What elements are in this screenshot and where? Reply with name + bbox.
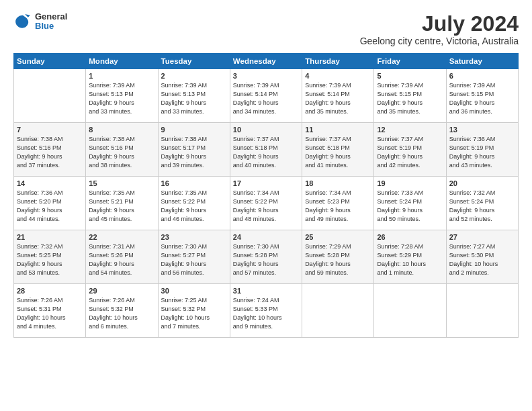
header-cell-wednesday: Wednesday: [230, 54, 302, 69]
calendar-cell: 18Sunrise: 7:34 AMSunset: 5:23 PMDayligh…: [302, 177, 374, 230]
day-info: Sunrise: 7:30 AMSunset: 5:28 PMDaylight:…: [233, 242, 299, 277]
calendar-cell: 9Sunrise: 7:38 AMSunset: 5:17 PMDaylight…: [158, 123, 230, 177]
calendar-cell: 3Sunrise: 7:39 AMSunset: 5:14 PMDaylight…: [230, 69, 302, 123]
day-number: 23: [161, 233, 227, 241]
calendar-cell: 2Sunrise: 7:39 AMSunset: 5:13 PMDaylight…: [158, 69, 230, 123]
calendar-cell: 27Sunrise: 7:27 AMSunset: 5:30 PMDayligh…: [446, 230, 518, 284]
day-number: 26: [377, 233, 443, 241]
day-info: Sunrise: 7:35 AMSunset: 5:21 PMDaylight:…: [89, 189, 154, 224]
day-number: 25: [305, 233, 371, 241]
header-cell-tuesday: Tuesday: [158, 54, 230, 69]
day-number: 31: [233, 287, 299, 295]
location-title: Geelong city centre, Victoria, Australia: [360, 36, 519, 46]
day-number: 20: [449, 179, 515, 187]
header-cell-thursday: Thursday: [302, 54, 374, 69]
calendar-cell: 4Sunrise: 7:39 AMSunset: 5:14 PMDaylight…: [302, 69, 374, 123]
title-block: July 2024 Geelong city centre, Victoria,…: [360, 12, 519, 46]
day-info: Sunrise: 7:29 AMSunset: 5:28 PMDaylight:…: [305, 242, 371, 277]
day-number: 18: [305, 179, 371, 187]
calendar-cell: 17Sunrise: 7:34 AMSunset: 5:22 PMDayligh…: [230, 177, 302, 230]
day-info: Sunrise: 7:25 AMSunset: 5:32 PMDaylight:…: [161, 296, 227, 331]
day-info: Sunrise: 7:28 AMSunset: 5:29 PMDaylight:…: [377, 242, 443, 277]
calendar-cell: 24Sunrise: 7:30 AMSunset: 5:28 PMDayligh…: [230, 230, 302, 284]
day-info: Sunrise: 7:32 AMSunset: 5:25 PMDaylight:…: [17, 242, 83, 277]
header-row: SundayMondayTuesdayWednesdayThursdayFrid…: [14, 54, 519, 69]
day-number: 19: [377, 179, 443, 187]
calendar-cell: 7Sunrise: 7:38 AMSunset: 5:16 PMDaylight…: [14, 123, 86, 177]
calendar-cell: [302, 284, 374, 338]
header-cell-sunday: Sunday: [14, 54, 86, 69]
day-number: 1: [89, 72, 154, 80]
calendar-week-1: 7Sunrise: 7:38 AMSunset: 5:16 PMDaylight…: [14, 123, 519, 177]
day-info: Sunrise: 7:34 AMSunset: 5:22 PMDaylight:…: [233, 189, 299, 224]
day-info: Sunrise: 7:37 AMSunset: 5:18 PMDaylight:…: [305, 135, 371, 170]
calendar-body: 1Sunrise: 7:39 AMSunset: 5:13 PMDaylight…: [14, 69, 519, 338]
day-info: Sunrise: 7:31 AMSunset: 5:26 PMDaylight:…: [89, 242, 154, 277]
day-number: 28: [17, 287, 83, 295]
calendar-cell: 28Sunrise: 7:26 AMSunset: 5:31 PMDayligh…: [14, 284, 86, 338]
day-number: 21: [17, 233, 83, 241]
day-number: 14: [17, 179, 83, 187]
calendar-cell: 13Sunrise: 7:36 AMSunset: 5:19 PMDayligh…: [446, 123, 518, 177]
calendar-cell: 23Sunrise: 7:30 AMSunset: 5:27 PMDayligh…: [158, 230, 230, 284]
logo-blue: Blue: [35, 21, 67, 31]
calendar-cell: 15Sunrise: 7:35 AMSunset: 5:21 PMDayligh…: [86, 177, 158, 230]
day-info: Sunrise: 7:38 AMSunset: 5:16 PMDaylight:…: [89, 135, 154, 170]
calendar-header: SundayMondayTuesdayWednesdayThursdayFrid…: [14, 54, 519, 69]
day-number: 15: [89, 179, 154, 187]
calendar-cell: 21Sunrise: 7:32 AMSunset: 5:25 PMDayligh…: [14, 230, 86, 284]
calendar-cell: 12Sunrise: 7:37 AMSunset: 5:19 PMDayligh…: [374, 123, 446, 177]
calendar-cell: 11Sunrise: 7:37 AMSunset: 5:18 PMDayligh…: [302, 123, 374, 177]
day-number: 13: [449, 126, 515, 134]
day-info: Sunrise: 7:39 AMSunset: 5:14 PMDaylight:…: [233, 81, 299, 116]
day-number: 6: [449, 72, 515, 80]
day-info: Sunrise: 7:26 AMSunset: 5:31 PMDaylight:…: [17, 296, 83, 331]
day-info: Sunrise: 7:36 AMSunset: 5:20 PMDaylight:…: [17, 189, 83, 224]
logo-icon: [13, 12, 32, 31]
day-info: Sunrise: 7:26 AMSunset: 5:32 PMDaylight:…: [89, 296, 154, 331]
day-info: Sunrise: 7:30 AMSunset: 5:27 PMDaylight:…: [161, 242, 227, 277]
day-info: Sunrise: 7:36 AMSunset: 5:19 PMDaylight:…: [449, 135, 515, 170]
calendar-cell: 30Sunrise: 7:25 AMSunset: 5:32 PMDayligh…: [158, 284, 230, 338]
calendar-cell: 22Sunrise: 7:31 AMSunset: 5:26 PMDayligh…: [86, 230, 158, 284]
day-number: 17: [233, 179, 299, 187]
day-info: Sunrise: 7:39 AMSunset: 5:15 PMDaylight:…: [449, 81, 515, 116]
day-number: 4: [305, 72, 371, 80]
calendar-table: SundayMondayTuesdayWednesdayThursdayFrid…: [13, 53, 519, 338]
logo-text: General Blue: [35, 12, 67, 32]
day-number: 3: [233, 72, 299, 80]
day-number: 12: [377, 126, 443, 134]
header-cell-saturday: Saturday: [446, 54, 518, 69]
day-number: 24: [233, 233, 299, 241]
day-number: 2: [161, 72, 227, 80]
calendar-cell: 25Sunrise: 7:29 AMSunset: 5:28 PMDayligh…: [302, 230, 374, 284]
day-info: Sunrise: 7:32 AMSunset: 5:24 PMDaylight:…: [449, 189, 515, 224]
day-number: 27: [449, 233, 515, 241]
calendar-cell: 1Sunrise: 7:39 AMSunset: 5:13 PMDaylight…: [86, 69, 158, 123]
day-info: Sunrise: 7:27 AMSunset: 5:30 PMDaylight:…: [449, 242, 515, 277]
day-number: 9: [161, 126, 227, 134]
day-info: Sunrise: 7:33 AMSunset: 5:24 PMDaylight:…: [377, 189, 443, 224]
calendar-cell: 26Sunrise: 7:28 AMSunset: 5:29 PMDayligh…: [374, 230, 446, 284]
calendar-cell: 14Sunrise: 7:36 AMSunset: 5:20 PMDayligh…: [14, 177, 86, 230]
calendar-cell: 20Sunrise: 7:32 AMSunset: 5:24 PMDayligh…: [446, 177, 518, 230]
day-info: Sunrise: 7:38 AMSunset: 5:16 PMDaylight:…: [17, 135, 83, 170]
calendar-cell: [446, 284, 518, 338]
header-cell-friday: Friday: [374, 54, 446, 69]
day-number: 5: [377, 72, 443, 80]
day-info: Sunrise: 7:39 AMSunset: 5:14 PMDaylight:…: [305, 81, 371, 116]
calendar-week-0: 1Sunrise: 7:39 AMSunset: 5:13 PMDaylight…: [14, 69, 519, 123]
calendar-cell: 10Sunrise: 7:37 AMSunset: 5:18 PMDayligh…: [230, 123, 302, 177]
calendar-week-2: 14Sunrise: 7:36 AMSunset: 5:20 PMDayligh…: [14, 177, 519, 230]
day-info: Sunrise: 7:39 AMSunset: 5:15 PMDaylight:…: [377, 81, 443, 116]
calendar-cell: 29Sunrise: 7:26 AMSunset: 5:32 PMDayligh…: [86, 284, 158, 338]
page: General Blue July 2024 Geelong city cent…: [0, 0, 532, 411]
logo-general: General: [35, 12, 67, 21]
calendar-cell: 6Sunrise: 7:39 AMSunset: 5:15 PMDaylight…: [446, 69, 518, 123]
day-number: 29: [89, 287, 154, 295]
day-info: Sunrise: 7:38 AMSunset: 5:17 PMDaylight:…: [161, 135, 227, 170]
calendar-cell: 8Sunrise: 7:38 AMSunset: 5:16 PMDaylight…: [86, 123, 158, 177]
day-number: 7: [17, 126, 83, 134]
day-info: Sunrise: 7:37 AMSunset: 5:18 PMDaylight:…: [233, 135, 299, 170]
calendar-cell: [14, 69, 86, 123]
